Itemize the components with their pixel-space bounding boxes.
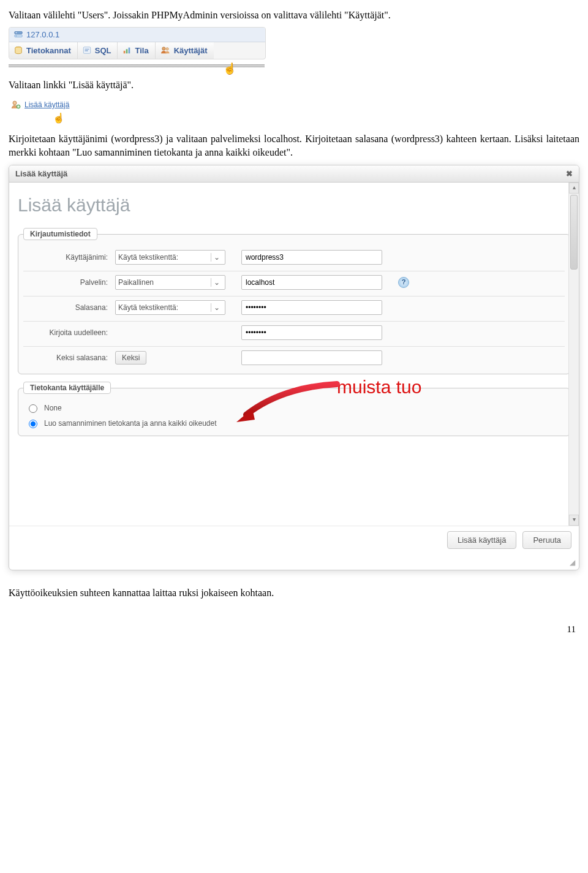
generate-password-button[interactable]: Keksi bbox=[115, 351, 146, 365]
username-mode-select[interactable]: Käytä tekstikenttä: ⌄ bbox=[115, 250, 225, 265]
breadcrumb-host: 127.0.0.1 bbox=[26, 30, 59, 39]
submit-button[interactable]: Lisää käyttäjä bbox=[447, 531, 517, 549]
svg-rect-6 bbox=[124, 51, 126, 53]
login-fieldset: Kirjautumistiedot Käyttäjänimi: Käytä te… bbox=[18, 228, 570, 374]
cursor-hand-icon: ☝ bbox=[53, 112, 579, 124]
label-username: Käyttäjänimi: bbox=[26, 253, 111, 262]
label-host: Palvelin: bbox=[26, 278, 111, 287]
status-icon bbox=[123, 46, 131, 55]
add-user-link-screenshot: Lisää käyttäjä bbox=[9, 99, 72, 111]
tab-status-label: Tila bbox=[135, 46, 148, 55]
breadcrumb: 127.0.0.1 bbox=[9, 28, 265, 42]
tab-sql[interactable]: SQL bbox=[78, 42, 118, 59]
cancel-button[interactable]: Peruuta bbox=[522, 531, 571, 549]
server-icon bbox=[14, 30, 23, 39]
generated-password-input[interactable] bbox=[241, 350, 382, 365]
tab-users[interactable]: Käyttäjät bbox=[156, 42, 214, 59]
host-mode-select[interactable]: Paikallinen ⌄ bbox=[115, 275, 225, 290]
close-icon[interactable]: ✖ bbox=[566, 169, 573, 178]
doc-paragraph-2: Valitaan linkki "Lisää käyttäjä". bbox=[9, 78, 579, 92]
host-input[interactable] bbox=[241, 275, 382, 290]
tab-users-label: Käyttäjät bbox=[174, 46, 208, 55]
dialog-footer: Lisää käyttäjä Peruuta bbox=[9, 526, 579, 556]
radio-none[interactable] bbox=[29, 404, 37, 413]
chevron-down-icon: ⌄ bbox=[211, 253, 222, 262]
username-input[interactable] bbox=[241, 250, 382, 265]
password-mode-select[interactable]: Käytä tekstikenttä: ⌄ bbox=[115, 300, 225, 315]
resize-grip-icon[interactable]: ◢ bbox=[570, 558, 576, 568]
svg-point-9 bbox=[162, 47, 165, 50]
svg-rect-8 bbox=[129, 48, 130, 54]
scroll-thumb[interactable] bbox=[570, 195, 578, 270]
password-input[interactable] bbox=[241, 300, 382, 315]
label-generate: Keksi salasana: bbox=[26, 353, 111, 362]
svg-point-2 bbox=[16, 32, 17, 34]
tab-databases-label: Tietokannat bbox=[26, 46, 71, 55]
db-legend: Tietokanta käyttäjälle bbox=[23, 382, 111, 394]
username-mode-value: Käytä tekstikenttä: bbox=[118, 253, 178, 262]
tab-databases[interactable]: Tietokannat bbox=[9, 42, 78, 59]
svg-rect-7 bbox=[126, 49, 128, 53]
sql-icon bbox=[83, 46, 91, 55]
scroll-up-icon[interactable]: ▴ bbox=[569, 183, 579, 194]
password-mode-value: Käytä tekstikenttä: bbox=[118, 303, 178, 312]
dialog-title: Lisää käyttäjä bbox=[15, 169, 67, 178]
svg-rect-0 bbox=[15, 32, 22, 34]
svg-point-11 bbox=[13, 101, 17, 105]
pma-tabbar-screenshot: 127.0.0.1 Tietokannat SQL Tila Käyttäjät bbox=[9, 27, 266, 59]
scrollbar[interactable]: ▴ ▾ bbox=[568, 183, 579, 526]
svg-point-3 bbox=[16, 36, 17, 37]
dialog-titlebar: Lisää käyttäjä ✖ bbox=[9, 165, 579, 183]
annotation-text: muista tuo bbox=[337, 377, 421, 398]
add-user-dialog: Lisää käyttäjä ✖ Lisää käyttäjä Kirjautu… bbox=[9, 165, 579, 570]
label-password: Salasana: bbox=[26, 303, 111, 312]
scroll-down-icon[interactable]: ▾ bbox=[569, 515, 579, 526]
svg-rect-1 bbox=[15, 35, 22, 37]
svg-point-10 bbox=[166, 48, 168, 50]
svg-rect-5 bbox=[83, 47, 90, 54]
database-icon bbox=[14, 46, 23, 55]
tab-sql-label: SQL bbox=[95, 46, 111, 55]
radio-create-same-label: Luo samanniminen tietokanta ja anna kaik… bbox=[44, 419, 217, 428]
chevron-down-icon: ⌄ bbox=[211, 278, 222, 287]
radio-none-row[interactable]: None bbox=[23, 400, 565, 415]
doc-paragraph-1: Valitaan välilehti "Users". Joissakin PH… bbox=[9, 9, 579, 22]
chevron-down-icon: ⌄ bbox=[211, 303, 222, 312]
doc-paragraph-4: Käyttöoikeuksien suhteen kannattaa laitt… bbox=[9, 586, 579, 600]
label-retype: Kirjoita uudelleen: bbox=[26, 328, 111, 337]
radio-create-same[interactable] bbox=[29, 420, 37, 428]
host-mode-value: Paikallinen bbox=[118, 278, 154, 287]
user-add-icon bbox=[11, 100, 21, 110]
page-number: 11 bbox=[9, 624, 576, 635]
password-retype-input[interactable] bbox=[241, 325, 382, 340]
users-icon bbox=[160, 46, 170, 55]
add-user-link[interactable]: Lisää käyttäjä bbox=[24, 100, 69, 109]
help-icon[interactable]: ? bbox=[398, 277, 409, 288]
tab-status[interactable]: Tila bbox=[118, 42, 155, 59]
radio-none-label: None bbox=[44, 404, 62, 412]
doc-paragraph-3: Kirjoitetaan käyttäjänimi (wordpress3) j… bbox=[9, 132, 579, 159]
radio-create-same-row[interactable]: Luo samanniminen tietokanta ja anna kaik… bbox=[23, 415, 565, 431]
page-heading: Lisää käyttäjä bbox=[9, 183, 579, 223]
db-fieldset: Tietokanta käyttäjälle None Luo samannim… bbox=[18, 382, 570, 436]
login-legend: Kirjautumistiedot bbox=[23, 228, 97, 240]
